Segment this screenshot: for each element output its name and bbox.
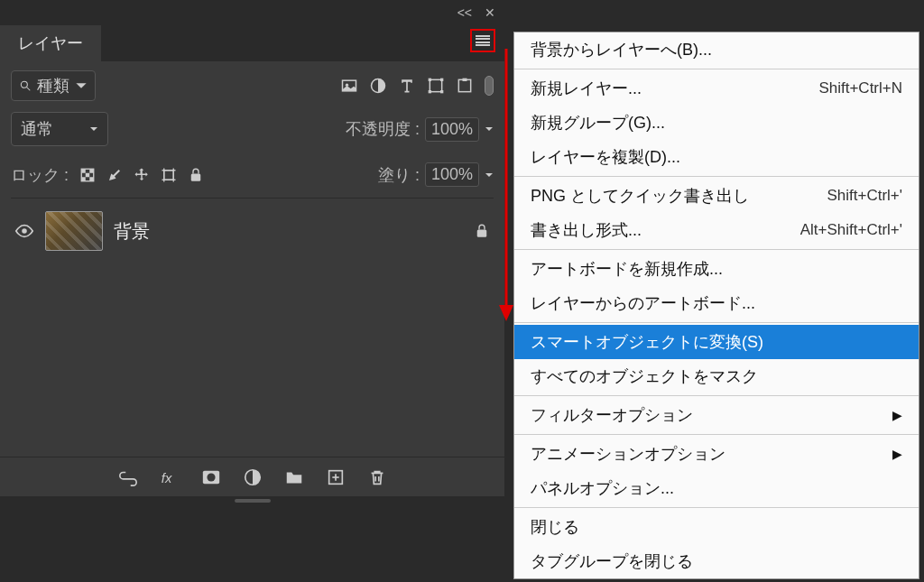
menu-item-label: 新規レイヤー... [531, 78, 642, 99]
menu-item[interactable]: 新規レイヤー...Shift+Ctrl+N [514, 71, 919, 106]
svg-rect-11 [463, 79, 467, 81]
svg-rect-14 [89, 169, 94, 173]
menu-item[interactable]: PNG としてクイック書き出しShift+Ctrl+' [514, 179, 919, 213]
menu-item-label: 背景からレイヤーへ(B)... [531, 39, 712, 60]
menu-separator [514, 322, 919, 323]
filter-toggle[interactable] [485, 76, 494, 96]
menu-item[interactable]: すべてのオブジェクトをマスク [514, 359, 919, 393]
lock-artboard-icon[interactable] [161, 167, 177, 183]
menu-item-label: 新規グループ(G)... [531, 112, 665, 134]
svg-rect-5 [430, 79, 441, 91]
menu-item[interactable]: レイヤーを複製(D)... [514, 140, 919, 174]
menu-item[interactable]: タブグループを閉じる [514, 544, 919, 578]
blend-mode-dropdown[interactable]: 通常 [11, 112, 108, 146]
menu-item[interactable]: 新規グループ(G)... [514, 106, 919, 140]
svg-rect-25 [477, 230, 487, 237]
filter-type-icon[interactable] [398, 77, 416, 95]
panel-resize-grip[interactable] [0, 496, 504, 505]
chevron-down-icon [75, 79, 88, 92]
lock-icon[interactable] [474, 223, 490, 239]
menu-item[interactable]: 閉じる [514, 510, 919, 544]
lock-pixels-icon[interactable] [106, 167, 123, 183]
delete-layer-icon[interactable] [367, 467, 387, 487]
filter-shape-icon[interactable] [427, 77, 445, 95]
svg-point-0 [21, 81, 27, 88]
lock-icons [79, 167, 204, 183]
menu-item-shortcut: Shift+Ctrl+N [818, 79, 902, 97]
svg-rect-15 [86, 172, 90, 177]
menu-item[interactable]: スマートオブジェクトに変換(S) [514, 325, 919, 359]
hamburger-icon [476, 35, 490, 46]
menu-item[interactable]: アートボードを新規作成... [514, 252, 919, 286]
svg-point-24 [22, 228, 27, 234]
panel-footer: fx [0, 457, 504, 496]
lock-transparency-icon[interactable] [79, 167, 96, 183]
menu-item[interactable]: 背景からレイヤーへ(B)... [514, 32, 919, 67]
layers-panel: << ✕ レイヤー 種類 通常 [0, 0, 504, 505]
layer-styles-icon[interactable]: fx [160, 467, 180, 487]
svg-line-1 [27, 88, 31, 91]
menu-separator [514, 507, 919, 508]
svg-point-28 [207, 473, 215, 481]
svg-rect-7 [440, 79, 443, 81]
chevron-down-icon [89, 125, 98, 134]
svg-rect-9 [440, 90, 443, 93]
panel-titlebar: << ✕ [0, 0, 504, 25]
fill-value[interactable]: 100% [425, 162, 479, 187]
filter-type-dropdown[interactable]: 種類 [11, 70, 96, 101]
new-group-icon[interactable] [284, 467, 304, 487]
lock-all-icon[interactable] [188, 167, 204, 183]
menu-item[interactable]: フィルターオプション▶ [514, 398, 919, 432]
opacity-value[interactable]: 100% [425, 117, 479, 142]
tab-layers[interactable]: レイヤー [0, 25, 101, 61]
new-layer-icon[interactable] [326, 467, 346, 487]
layer-mask-icon[interactable] [201, 467, 221, 487]
menu-separator [514, 249, 919, 250]
menu-separator [514, 176, 919, 177]
menu-item[interactable]: 書き出し形式...Alt+Shift+Ctrl+' [514, 213, 919, 247]
opacity-control: 不透明度 : 100% [346, 117, 494, 142]
menu-item-label: レイヤーからのアートボード... [531, 292, 755, 314]
chevron-down-icon[interactable] [485, 171, 494, 180]
layer-row-background[interactable]: 背景 [11, 206, 494, 256]
svg-rect-8 [429, 90, 431, 93]
filter-smart-icon[interactable] [456, 77, 474, 95]
visibility-icon[interactable] [14, 221, 34, 241]
menu-item[interactable]: レイヤーからのアートボード... [514, 286, 919, 320]
svg-rect-17 [89, 177, 94, 181]
menu-item-label: 閉じる [531, 516, 579, 538]
menu-separator [514, 69, 919, 69]
menu-item[interactable]: アニメーションオプション▶ [514, 437, 919, 471]
menu-item-label: スマートオブジェクトに変換(S) [531, 331, 763, 353]
fill-label: 塗り : [378, 164, 420, 186]
close-button[interactable]: ✕ [485, 5, 495, 20]
layers-panel-menu: 背景からレイヤーへ(B)...新規レイヤー...Shift+Ctrl+N新規グル… [513, 32, 919, 579]
submenu-arrow-icon: ▶ [892, 408, 902, 422]
svg-rect-10 [458, 79, 470, 91]
panel-menu-button[interactable] [470, 29, 495, 52]
adjustment-layer-icon[interactable] [243, 467, 263, 487]
chevron-down-icon[interactable] [485, 125, 494, 134]
lock-position-icon[interactable] [134, 167, 150, 183]
blend-row: 通常 不透明度 : 100% [11, 112, 494, 146]
layer-thumbnail[interactable] [45, 211, 103, 251]
fill-control: 塗り : 100% [378, 162, 494, 187]
menu-separator [514, 395, 919, 396]
menu-item[interactable]: パネルオプション... [514, 471, 919, 505]
lock-label: ロック : [11, 164, 69, 186]
menu-item-label: フィルターオプション [531, 404, 693, 426]
menu-item-label: アニメーションオプション [531, 443, 725, 465]
filter-icons [340, 76, 494, 96]
svg-rect-16 [81, 177, 86, 181]
collapse-button[interactable]: << [457, 5, 472, 20]
search-icon [19, 79, 32, 92]
svg-rect-6 [429, 79, 431, 81]
filter-adjustment-icon[interactable] [369, 77, 387, 95]
filter-pixel-icon[interactable] [340, 77, 358, 95]
menu-separator [514, 434, 919, 435]
layer-name[interactable]: 背景 [114, 219, 150, 244]
menu-item-label: パネルオプション... [531, 477, 674, 499]
link-layers-icon[interactable] [118, 467, 138, 487]
menu-item-label: アートボードを新規作成... [531, 258, 723, 280]
submenu-arrow-icon: ▶ [892, 447, 902, 461]
